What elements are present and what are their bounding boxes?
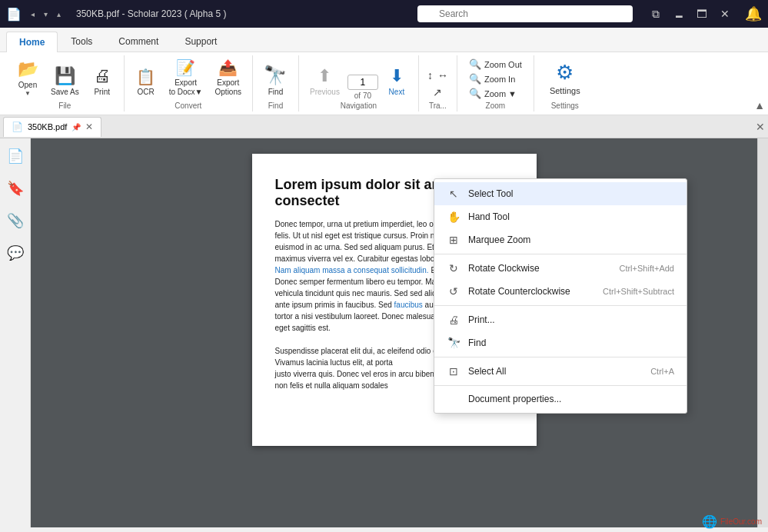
open-arrow: ▼ [25, 90, 31, 97]
search-input[interactable] [417, 5, 633, 22]
find-buttons: 🔭 Find [259, 55, 291, 100]
context-select-tool[interactable]: ↖ Select Tool [434, 182, 687, 205]
pdf-link[interactable]: Nam aliquam massa a consequat sollicitud… [275, 266, 429, 274]
context-print[interactable]: 🖨 Print... [434, 308, 687, 331]
ocr-icon: 📋 [136, 68, 155, 86]
next-button[interactable]: ⬇ Next [381, 63, 412, 100]
ocr-button[interactable]: 📋 OCR [131, 65, 161, 100]
doc-props-label: Document properties... [468, 394, 561, 404]
ribbon-collapse-button[interactable]: ▲ [754, 99, 765, 111]
print-label: Print [94, 88, 110, 97]
context-rotate-ccw[interactable]: ↺ Rotate Counterclockwise Ctrl+Shift+Sub… [434, 280, 687, 303]
transform-btn1[interactable]: ↕ [426, 68, 434, 83]
nav-history[interactable]: ▴ [54, 8, 64, 20]
nav-back[interactable]: ◂ [28, 8, 38, 20]
separator-4 [434, 385, 687, 386]
convert-group-label: Convert [175, 100, 201, 111]
print-icon: 🖨 [94, 66, 111, 86]
select-tool-label: Select Tool [468, 188, 513, 199]
pdf-link2[interactable]: faucibus [394, 301, 423, 309]
zoom-in-item[interactable]: 🔍 Zoom In [466, 72, 525, 85]
zoom-dropdown-icon: 🔍 [469, 88, 481, 99]
right-scrollbar[interactable] [757, 138, 768, 527]
watermark-icon: 🌐 [702, 514, 717, 529]
close-panel-button[interactable]: ✕ [756, 121, 765, 133]
convert-buttons: 📋 OCR 📝 Exportto Docx▼ 📤 ExportOptions [131, 55, 246, 100]
open-icon: 📂 [18, 59, 38, 79]
context-marquee-zoom[interactable]: ⊞ Marquee Zoom [434, 228, 687, 251]
select-all-icon: ⊡ [447, 365, 460, 377]
doc-props-left: Document properties... [447, 394, 561, 404]
doc-tab-icon: 📄 [12, 121, 23, 132]
tab-tools[interactable]: Tools [58, 31, 105, 52]
find-left: 🔭 Find [447, 337, 486, 349]
tab-comment[interactable]: Comment [105, 31, 171, 52]
maximize-button[interactable]: 🗖 [691, 3, 713, 25]
separator-2 [434, 305, 687, 306]
transform-icons: ↕ ↔ ↗ [426, 68, 450, 100]
zoom-in-label: Zoom In [484, 75, 515, 84]
app-icon: 📄 [6, 7, 22, 22]
ocr-label: OCR [138, 88, 155, 97]
prev-button[interactable]: ⬆ Previous [305, 63, 344, 100]
zoom-content: 🔍 Zoom Out 🔍 Zoom In 🔍 Zoom ▼ [466, 55, 525, 100]
hand-tool-label: Hand Tool [468, 211, 510, 222]
context-doc-props[interactable]: Document properties... [434, 388, 687, 410]
zoom-dropdown-item[interactable]: 🔍 Zoom ▼ [466, 87, 525, 100]
zoom-out-icon: 🔍 [469, 58, 481, 70]
rotate-ccw-left: ↺ Rotate Counterclockwise [447, 285, 570, 298]
page-of-label: of 70 [354, 91, 371, 100]
close-tab-button[interactable]: ✕ [85, 121, 93, 132]
save-label: Save As [51, 88, 79, 97]
options-content: ⚙ Settings [540, 55, 590, 100]
find-icon: 🔭 [264, 65, 287, 86]
rotate-cw-left: ↻ Rotate Clockwise [447, 262, 540, 274]
transform-buttons: ↕ ↔ ↗ [426, 55, 450, 100]
export-docx-button[interactable]: 📝 Exportto Docx▼ [165, 55, 208, 100]
ribbon: 📂 Open ▼ 💾 Save As 🖨 Print File 📋 OCR 📝 [0, 52, 768, 115]
tab-support[interactable]: Support [171, 31, 230, 52]
transform-btn3[interactable]: ↗ [431, 85, 444, 100]
minimize-button[interactable]: 🗕 [668, 3, 690, 25]
notification-icon: 🔔 [745, 5, 762, 22]
nav-forward[interactable]: ▾ [41, 8, 51, 20]
select-all-label: Select All [468, 366, 506, 377]
context-hand-tool[interactable]: ✋ Hand Tool [434, 205, 687, 228]
zoom-out-item[interactable]: 🔍 Zoom Out [466, 58, 525, 71]
doc-tab[interactable]: 📄 350KB.pdf 📌 ✕ [3, 117, 101, 137]
context-find[interactable]: 🔭 Find [434, 331, 687, 354]
sidebar-attachment-icon[interactable]: 📎 [4, 209, 27, 232]
context-select-all[interactable]: ⊡ Select All Ctrl+A [434, 360, 687, 383]
sidebar-pages-icon[interactable]: 📄 [4, 145, 27, 168]
settings-icon: ⚙ [556, 61, 574, 85]
find-button[interactable]: 🔭 Find [259, 62, 291, 100]
select-all-shortcut: Ctrl+A [650, 367, 674, 376]
pin-icon[interactable]: 📌 [71, 123, 81, 131]
save-as-button[interactable]: 💾 Save As [46, 63, 84, 100]
zoom-dropdown-label: Zoom ▼ [484, 89, 517, 98]
separator-1 [434, 254, 687, 254]
prev-icon: ⬆ [318, 66, 331, 86]
open-button[interactable]: 📂 Open ▼ [12, 56, 43, 100]
tab-home[interactable]: Home [6, 32, 58, 52]
close-button[interactable]: ✕ [714, 3, 736, 25]
rotate-cw-shortcut: Ctrl+Shift+Add [619, 264, 674, 273]
title-bar: 📄 ◂ ▾ ▴ 350KB.pdf - Scholar 2023 ( Alpha… [0, 0, 768, 28]
export-options-button[interactable]: 📤 ExportOptions [211, 55, 246, 100]
print-button[interactable]: 🖨 Print [87, 63, 118, 100]
save-icon: 💾 [55, 66, 75, 86]
left-sidebar: 📄 🔖 📎 💬 [0, 138, 31, 527]
tran-row2: ↗ [431, 85, 444, 100]
settings-button[interactable]: ⚙ Settings [540, 56, 590, 100]
context-rotate-cw[interactable]: ↻ Rotate Clockwise Ctrl+Shift+Add [434, 257, 687, 280]
sidebar-comment-icon[interactable]: 💬 [4, 241, 27, 264]
transform-btn2[interactable]: ↔ [436, 68, 450, 83]
rotate-cw-icon: ↻ [447, 262, 460, 274]
page-input[interactable] [347, 75, 378, 90]
ribbon-group-find: 🔭 Find Find [253, 55, 299, 111]
restore-button[interactable]: ⧉ [645, 3, 667, 25]
print-left: 🖨 Print... [447, 314, 495, 326]
ribbon-group-zoom: 🔍 Zoom Out 🔍 Zoom In 🔍 Zoom ▼ Zoom [457, 55, 534, 111]
sidebar-bookmark-icon[interactable]: 🔖 [4, 177, 27, 200]
hand-tool-icon: ✋ [447, 211, 460, 223]
